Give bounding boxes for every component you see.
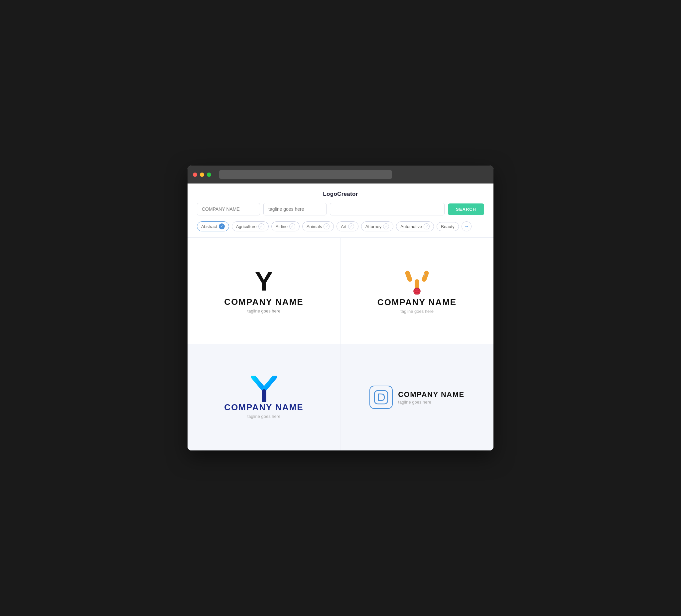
- filter-label-beauty: Beauty: [441, 224, 454, 229]
- svg-point-4: [424, 274, 425, 275]
- logo4-row: COMPANY NAME tagline goes here: [370, 386, 464, 409]
- filter-label-art: Art: [341, 224, 347, 229]
- filter-label-agriculture: Agriculture: [236, 224, 257, 229]
- filter-chip-agriculture[interactable]: Agriculture ✓: [232, 222, 269, 231]
- extra-search-input[interactable]: [330, 203, 445, 215]
- search-bar: SEARCH: [187, 203, 494, 222]
- filter-label-abstract: Abstract: [201, 224, 217, 229]
- logo1-tagline: tagline goes here: [247, 308, 281, 313]
- svg-rect-1: [421, 270, 430, 282]
- logo-card-2[interactable]: COMPANY NAME tagline goes here: [340, 238, 494, 344]
- maximize-button[interactable]: [207, 173, 211, 177]
- filter-chip-automotive[interactable]: Automotive ✓: [396, 222, 434, 231]
- logo4-company: COMPANY NAME: [398, 390, 464, 399]
- svg-rect-7: [374, 391, 388, 404]
- filter-chip-art[interactable]: Art ✓: [336, 222, 358, 231]
- filter-check-airline: ✓: [289, 223, 295, 229]
- app-title: LogoCreator: [187, 183, 494, 203]
- filter-chip-animals[interactable]: Animals ✓: [302, 222, 334, 231]
- search-button[interactable]: SEARCH: [448, 203, 484, 215]
- filter-chip-beauty[interactable]: Beauty: [436, 222, 458, 231]
- filter-next-button[interactable]: →: [461, 222, 472, 231]
- logo3-company: COMPANY NAME: [224, 402, 303, 413]
- logo4-d-icon: [370, 386, 393, 409]
- logo-grid: Y COMPANY NAME tagline goes here: [187, 237, 494, 451]
- address-bar[interactable]: [219, 170, 392, 179]
- filter-check-abstract: ✓: [219, 223, 225, 229]
- logo-card-3[interactable]: COMPANY NAME tagline goes here: [187, 344, 340, 451]
- filter-check-animals: ✓: [324, 223, 330, 229]
- logo4-text-block: COMPANY NAME tagline goes here: [398, 390, 464, 405]
- logo2-company: COMPANY NAME: [377, 297, 457, 308]
- cute-y-svg: [404, 268, 430, 294]
- filter-check-attorney: ✓: [383, 223, 389, 229]
- app-content: LogoCreator SEARCH Abstract ✓ Agricultur…: [187, 183, 494, 451]
- svg-rect-0: [405, 270, 413, 282]
- filter-chip-abstract[interactable]: Abstract ✓: [197, 222, 229, 231]
- logo4-tagline: tagline goes here: [398, 400, 464, 405]
- filter-chip-attorney[interactable]: Attorney ✓: [361, 222, 394, 231]
- logo1-company: COMPANY NAME: [224, 297, 303, 307]
- logo-card-4[interactable]: COMPANY NAME tagline goes here: [340, 344, 494, 451]
- filter-check-agriculture: ✓: [258, 223, 264, 229]
- logo3-tagline: tagline goes here: [247, 414, 281, 419]
- filter-label-airline: Airline: [276, 224, 287, 229]
- browser-titlebar: [187, 165, 494, 183]
- filter-check-automotive: ✓: [424, 223, 430, 229]
- filter-label-automotive: Automotive: [400, 224, 422, 229]
- blue-y-svg: [251, 376, 277, 402]
- tagline-input[interactable]: [263, 203, 327, 215]
- minimize-button[interactable]: [200, 173, 204, 177]
- filter-bar: Abstract ✓ Agriculture ✓ Airline ✓ Anima…: [187, 222, 494, 237]
- logo1-letter: Y: [255, 268, 273, 295]
- filter-chip-airline[interactable]: Airline ✓: [271, 222, 300, 231]
- company-name-input[interactable]: [197, 203, 260, 215]
- close-button[interactable]: [193, 173, 197, 177]
- logo2-tagline: tagline goes here: [400, 309, 434, 314]
- logo2-cute-icon: [404, 268, 430, 294]
- d-letter-svg: [374, 390, 388, 405]
- filter-label-attorney: Attorney: [365, 224, 381, 229]
- browser-window: LogoCreator SEARCH Abstract ✓ Agricultur…: [187, 165, 494, 451]
- filter-check-art: ✓: [348, 223, 354, 229]
- svg-rect-2: [415, 279, 419, 288]
- logo-card-1[interactable]: Y COMPANY NAME tagline goes here: [187, 238, 340, 344]
- filter-label-animals: Animals: [307, 224, 322, 229]
